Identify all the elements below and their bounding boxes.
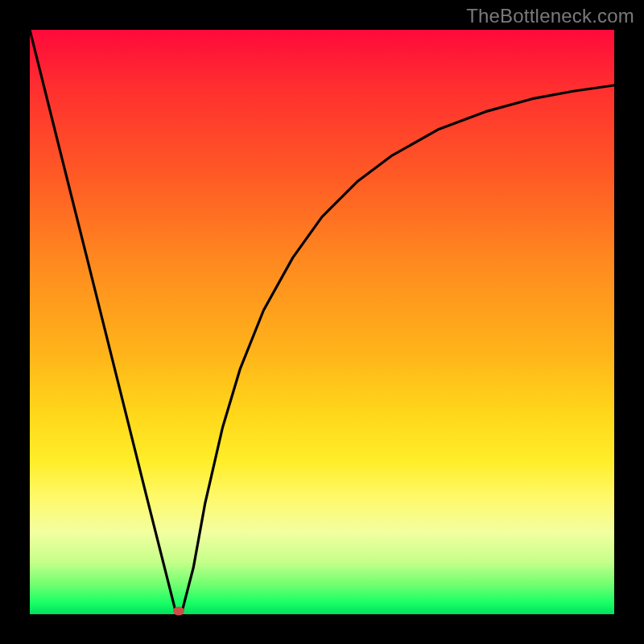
chart-frame: TheBottleneck.com bbox=[0, 0, 644, 644]
curve-svg bbox=[30, 30, 614, 614]
bottleneck-curve bbox=[30, 30, 614, 613]
plot-area bbox=[30, 30, 614, 614]
optimum-marker bbox=[173, 607, 184, 616]
watermark-text: TheBottleneck.com bbox=[466, 5, 634, 27]
